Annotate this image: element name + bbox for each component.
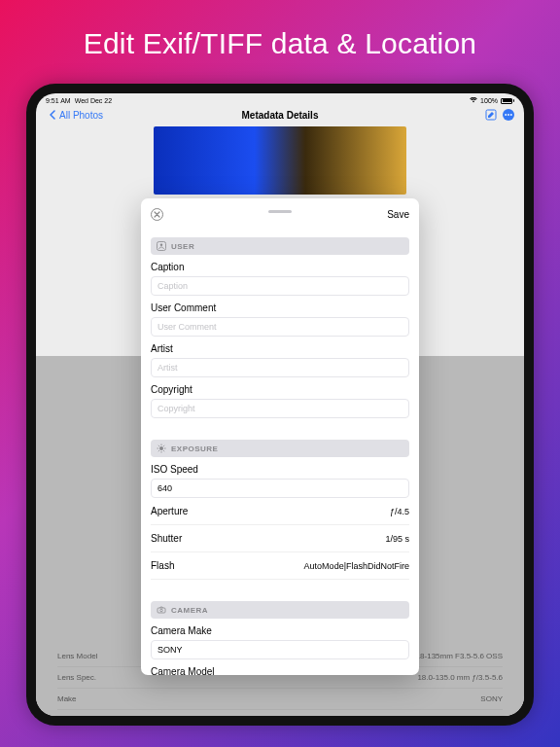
svg-point-4: [510, 114, 512, 116]
device-frame: 9:51 AM Wed Dec 22 100%: [26, 84, 534, 726]
section-title: EXPOSURE: [171, 445, 218, 453]
close-icon: [154, 211, 160, 218]
svg-point-7: [159, 446, 163, 450]
bg-value: 18.0-135.0 mm ƒ/3.5-5.6: [417, 673, 503, 682]
bg-label: Make: [57, 694, 77, 703]
artist-input[interactable]: [151, 358, 409, 377]
sheet-grabber[interactable]: [268, 210, 292, 213]
close-button[interactable]: [151, 208, 163, 221]
svg-line-12: [158, 445, 159, 446]
shutter-label: Shutter: [151, 533, 182, 544]
section-title: CAMERA: [171, 606, 208, 615]
aperture-value: ƒ/4.5: [390, 507, 409, 516]
flash-row[interactable]: Flash AutoMode|FlashDidNotFire: [151, 552, 409, 580]
more-icon[interactable]: [503, 109, 514, 121]
section-camera: CAMERA Camera Make Camera Model: [151, 601, 409, 675]
back-label: All Photos: [59, 110, 103, 121]
svg-line-14: [163, 445, 164, 446]
status-date: Wed Dec 22: [75, 97, 112, 104]
copyright-input[interactable]: [151, 399, 409, 418]
copyright-label: Copyright: [151, 384, 409, 395]
bg-label: Lens Spec.: [57, 673, 96, 682]
nav-bar: All Photos Metadata Details: [36, 105, 524, 124]
bg-label: Lens Model: [57, 652, 97, 660]
bg-row-make: Make SONY: [57, 689, 503, 710]
shutter-row[interactable]: Shutter 1/95 s: [151, 525, 409, 552]
shutter-value: 1/95 s: [385, 534, 409, 544]
iso-input[interactable]: [151, 479, 409, 498]
section-title: USER: [171, 242, 194, 251]
status-time: 9:51 AM: [46, 97, 71, 104]
svg-point-6: [160, 244, 162, 246]
aperture-label: Aperture: [151, 506, 188, 516]
photo-thumbnail[interactable]: [154, 126, 406, 195]
comment-label: User Comment: [151, 302, 409, 313]
svg-rect-16: [158, 608, 165, 613]
iso-label: ISO Speed: [151, 464, 409, 475]
bg-value: SONY: [480, 694, 503, 703]
back-button[interactable]: All Photos: [46, 109, 103, 121]
aperture-row[interactable]: Aperture ƒ/4.5: [151, 498, 409, 525]
edit-sheet: Save USER Caption User Comment: [141, 198, 419, 675]
camera-make-label: Camera Make: [151, 625, 409, 636]
caption-label: Caption: [151, 262, 409, 272]
svg-point-2: [505, 114, 507, 116]
wifi-icon: [470, 97, 477, 104]
svg-point-17: [160, 609, 163, 612]
flash-value: AutoMode|FlashDidNotFire: [304, 561, 409, 571]
camera-icon: [157, 605, 166, 615]
user-icon: [157, 241, 166, 251]
page-title: Metadata Details: [242, 110, 319, 121]
artist-label: Artist: [151, 343, 409, 354]
flash-label: Flash: [151, 560, 174, 571]
svg-point-3: [508, 114, 509, 116]
device-screen: 9:51 AM Wed Dec 22 100%: [36, 93, 524, 716]
bg-value: E 18-135mm F3.5-5.6 OSS: [408, 652, 503, 660]
battery-icon: [501, 98, 514, 104]
svg-line-15: [158, 450, 159, 451]
edit-icon[interactable]: [485, 109, 497, 121]
save-button[interactable]: Save: [387, 209, 409, 220]
svg-line-13: [163, 450, 164, 451]
comment-input[interactable]: [151, 317, 409, 337]
chevron-left-icon: [46, 109, 57, 121]
exposure-icon: [157, 444, 166, 453]
section-user: USER Caption User Comment Artist: [151, 237, 409, 418]
promo-headline: Edit Exif/TIFF data & Location: [84, 27, 477, 60]
caption-input[interactable]: [151, 276, 409, 296]
status-bar: 9:51 AM Wed Dec 22 100%: [36, 93, 524, 105]
section-exposure: EXPOSURE ISO Speed Aperture ƒ/4.5 Shutte…: [151, 440, 409, 580]
camera-make-input[interactable]: [151, 640, 409, 659]
camera-model-label: Camera Model: [151, 666, 409, 675]
battery-percent: 100%: [480, 97, 498, 104]
